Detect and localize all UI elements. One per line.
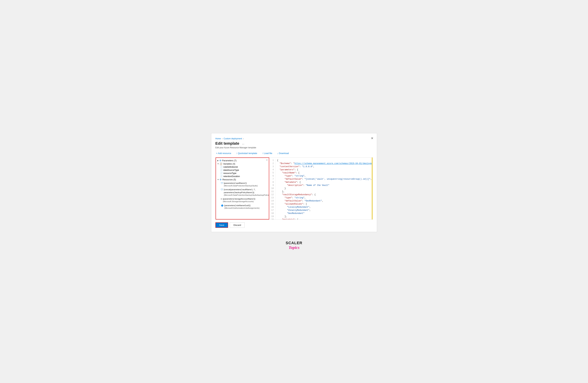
variables-icon: 📋 [220,162,222,165]
scroll-indicator [372,158,373,220]
scaler-logo: SCALER Topics [286,241,302,250]
code-line-18: "GeoRedundant" [277,212,373,215]
scaler-text: SCALER [286,241,302,245]
doc-icon-3: 📄 [220,172,223,175]
code-editor: 1 2 3 4 5 6 7 8 9 10 11 12 13 14 15 16 1 [269,158,373,220]
download-button[interactable]: ↓ Download [276,152,290,155]
code-line-9: "description": "Name of the Vault" [277,184,373,187]
code-line-20: "metadata": { [277,218,373,220]
resources-icon: ⚙ [220,178,222,181]
code-line-7: "defaultValue": "[concat('vault', unique… [277,178,373,181]
resources-section: ▼ ⚙ Resources (5) 🛡 [parameters('vaultNa… [217,178,268,210]
resources-label: Resources (5) [222,179,236,181]
var-role-definition-id[interactable]: 📄 roleDefinitionId [219,165,268,169]
tree-view: ▶ ⚙ Parameters (7) ▼ 📋 Variables (4) 📄 r [216,158,269,211]
code-line-2: "$schema": "https://schema.management.az… [277,162,373,165]
policy-icon: 🛡 [221,188,223,191]
resource-storage-type: (Microsoft.Storage/storageAccounts) [223,200,255,203]
variables-section: ▼ 📋 Variables (4) 📄 roleDefinitionId 📄 d… [217,162,268,178]
var-retention-duration[interactable]: 📄 retentionDuration [219,175,268,178]
code-line-17: "ZonallyRedundant", [277,209,373,212]
role-icon: 🔷 [221,204,224,207]
code-line-6: "type": "string", [277,175,373,178]
chevron-down-icon-2: ▼ [217,179,219,180]
load-file-button[interactable]: ↑ Load file [261,152,273,155]
code-line-15: "allowedValues": [ [277,203,373,206]
breadcrumb-custom-deployment[interactable]: Custom deployment [224,137,242,140]
doc-icon-4: 📄 [220,175,223,178]
var-label-2: dataSourceType [223,169,239,171]
variables-label: Variables (4) [223,163,235,165]
page-subtitle: Edit your Azure Resource Manager templat… [215,146,373,149]
code-line-16: "LocallyRedundant", [277,206,373,209]
code-editor-panel[interactable]: 1 2 3 4 5 6 7 8 9 10 11 12 13 14 15 16 1 [269,158,373,220]
close-button[interactable]: ✕ [371,137,374,140]
doc-icon-1: 📄 [220,166,223,168]
resource-item-role[interactable]: 🔷 [parameters('roleNameGuid')] (Microsof… [219,203,268,210]
resource-role-type: (Microsoft.Authorization/roleAssignments… [224,207,260,209]
var-data-source-type[interactable]: 📄 dataSourceType [219,169,268,172]
chevron-down-icon: ▼ [217,163,219,165]
collapse-panel-button[interactable]: « [266,158,268,161]
resource-role-name: [parameters('roleNameGuid')] [224,204,260,207]
code-line-13: "type": "string", [277,196,373,199]
tree-item-resources[interactable]: ▼ ⚙ Resources (5) [217,178,268,181]
resource-item-storage[interactable]: ≡ [parameters('storageAccountName')] (Mi… [219,197,268,203]
page-header: Edit template ... [215,141,373,146]
ellipsis-button[interactable]: ... [241,142,245,145]
line-numbers: 1 2 3 4 5 6 7 8 9 10 11 12 13 14 15 16 1 [269,159,275,220]
code-line-3: "contentVersion": "1.0.0.0", [277,165,373,168]
vault-icon: 🛡 [221,182,223,184]
code-line-12: "vaultStorageRedundancy": { [277,193,373,196]
parameters-icon: ⚙ [219,159,221,162]
code-line-19: ], [277,215,373,218]
topics-text: Topics [286,245,302,250]
code-line-8: "metadata": { [277,181,373,184]
code-lines: { "$schema": "https://schema.management.… [277,159,373,220]
doc-icon-2: 📄 [220,169,223,171]
var-label-4: retentionDuration [223,175,240,178]
add-resource-button[interactable]: + Add resource [215,152,232,155]
resource-item-policy[interactable]: 🛡 [concat(parameters('vaultName'), '/', … [219,188,268,197]
code-line-1: { [277,159,373,162]
chevron-right-icon: ▶ [217,159,219,161]
main-content: « ▶ ⚙ Parameters (7) ▼ 📋 Variables (4) [215,157,373,220]
discard-button[interactable]: Discard [230,222,245,228]
save-button[interactable]: Save [215,222,228,228]
tree-item-variables[interactable]: ▼ 📋 Variables (4) [217,162,268,165]
code-line-11: }, [277,190,373,193]
breadcrumb-home[interactable]: Home [215,137,221,140]
var-label-1: roleDefinitionId [223,166,238,168]
resource-item-vault[interactable]: 🛡 [parameters('vaultName')] (Microsoft.D… [219,181,268,188]
resource-policy-name: [concat(parameters('vaultName'), '/', [224,188,269,191]
toolbar: + Add resource ↑ Quickstart template ↑ L… [215,152,373,155]
resource-vault-type: (Microsoft.DataProtection/backupVaults) [224,184,258,187]
tree-item-parameters[interactable]: ▶ ⚙ Parameters (7) [217,159,268,162]
resource-policy-name2: parameters('backupPolicyName'))] [224,191,269,194]
parameters-label: Parameters (7) [222,159,236,162]
quickstart-template-button[interactable]: ↑ Quickstart template [235,152,258,155]
breadcrumb-sep2: › [243,137,244,140]
bottom-bar: Save Discard [215,222,373,228]
resource-storage-name: [parameters('storageAccountName')] [223,198,255,200]
resource-vault-name: [parameters('vaultName')] [224,182,258,184]
code-line-14: "defaultValue": "GeoRedundant", [277,199,373,203]
breadcrumb-sep1: › [222,137,223,140]
code-line-10: } [277,187,373,190]
resources-children: 🛡 [parameters('vaultName')] (Microsoft.D… [219,181,268,210]
left-panel: « ▶ ⚙ Parameters (7) ▼ 📋 Variables (4) [216,158,269,220]
storage-icon: ≡ [221,198,222,200]
variables-children: 📄 roleDefinitionId 📄 dataSourceType 📄 re… [219,165,268,178]
main-panel: Home › Custom deployment › Edit template… [211,133,377,232]
page-title: Edit template [215,141,239,146]
code-line-4: "parameters": { [277,168,373,171]
breadcrumb: Home › Custom deployment › [215,137,373,140]
var-label-3: resourceType [223,172,236,175]
resource-policy-type: (Microsoft.DataProtection/backupVaults/b… [224,194,269,196]
var-resource-type[interactable]: 📄 resourceType [219,172,268,175]
code-line-5: "vaultName": { [277,171,373,175]
